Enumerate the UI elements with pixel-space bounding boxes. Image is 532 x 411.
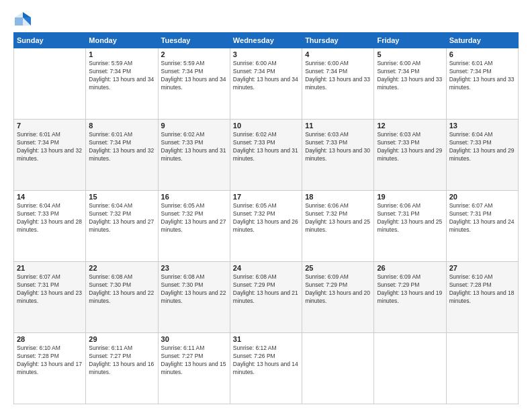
day-number: 21 [17, 264, 83, 272]
calendar-cell: 22Sunrise: 6:08 AMSunset: 7:30 PMDayligh… [86, 262, 158, 333]
calendar-header: SundayMondayTuesdayWednesdayThursdayFrid… [14, 33, 519, 48]
day-number: 26 [377, 264, 443, 272]
day-number: 8 [89, 122, 154, 130]
calendar-cell [374, 333, 446, 404]
day-number: 2 [161, 50, 227, 58]
day-number: 6 [449, 50, 515, 58]
day-number: 9 [161, 122, 227, 130]
calendar-cell: 9Sunrise: 6:02 AMSunset: 7:33 PMDaylight… [158, 120, 230, 191]
calendar-cell: 5Sunrise: 6:00 AMSunset: 7:34 PMDaylight… [374, 48, 446, 120]
day-info: Sunrise: 6:02 AMSunset: 7:33 PMDaylight:… [161, 131, 227, 163]
calendar-cell: 16Sunrise: 6:05 AMSunset: 7:32 PMDayligh… [158, 191, 230, 262]
week-row-4: 28Sunrise: 6:10 AMSunset: 7:28 PMDayligh… [14, 333, 519, 404]
calendar-cell: 8Sunrise: 6:01 AMSunset: 7:34 PMDaylight… [86, 120, 158, 191]
page: SundayMondayTuesdayWednesdayThursdayFrid… [0, 0, 532, 411]
day-info: Sunrise: 6:01 AMSunset: 7:34 PMDaylight:… [17, 131, 83, 163]
calendar-cell: 29Sunrise: 6:11 AMSunset: 7:27 PMDayligh… [86, 333, 158, 404]
day-info: Sunrise: 6:03 AMSunset: 7:33 PMDaylight:… [305, 131, 371, 163]
day-number: 11 [305, 122, 371, 130]
calendar-cell: 19Sunrise: 6:06 AMSunset: 7:31 PMDayligh… [374, 191, 446, 262]
logo-icon [13, 11, 32, 27]
calendar-cell: 14Sunrise: 6:04 AMSunset: 7:33 PMDayligh… [14, 191, 86, 262]
calendar-cell: 6Sunrise: 6:01 AMSunset: 7:34 PMDaylight… [446, 48, 518, 120]
calendar-cell: 20Sunrise: 6:07 AMSunset: 7:31 PMDayligh… [446, 191, 518, 262]
calendar-cell: 7Sunrise: 6:01 AMSunset: 7:34 PMDaylight… [14, 120, 86, 191]
calendar-cell: 18Sunrise: 6:06 AMSunset: 7:32 PMDayligh… [302, 191, 374, 262]
calendar-cell: 31Sunrise: 6:12 AMSunset: 7:26 PMDayligh… [230, 333, 302, 404]
day-number: 5 [377, 50, 443, 58]
calendar-cell: 2Sunrise: 5:59 AMSunset: 7:34 PMDaylight… [158, 48, 230, 120]
header [13, 11, 519, 27]
day-number: 4 [305, 50, 371, 58]
calendar-cell [14, 48, 86, 120]
calendar-cell [446, 333, 518, 404]
calendar-cell: 30Sunrise: 6:11 AMSunset: 7:27 PMDayligh… [158, 333, 230, 404]
calendar-cell: 25Sunrise: 6:09 AMSunset: 7:29 PMDayligh… [302, 262, 374, 333]
week-row-2: 14Sunrise: 6:04 AMSunset: 7:33 PMDayligh… [14, 191, 519, 262]
day-number: 31 [233, 335, 299, 343]
day-number: 13 [449, 122, 515, 130]
calendar-cell: 10Sunrise: 6:02 AMSunset: 7:33 PMDayligh… [230, 120, 302, 191]
day-info: Sunrise: 6:06 AMSunset: 7:32 PMDaylight:… [305, 202, 371, 234]
calendar-cell: 23Sunrise: 6:08 AMSunset: 7:30 PMDayligh… [158, 262, 230, 333]
day-number: 23 [161, 264, 227, 272]
day-info: Sunrise: 6:04 AMSunset: 7:32 PMDaylight:… [89, 202, 154, 234]
day-number: 19 [377, 193, 443, 201]
day-number: 18 [305, 193, 371, 201]
day-header-sunday: Sunday [14, 33, 86, 48]
calendar-body: 1Sunrise: 5:59 AMSunset: 7:34 PMDaylight… [14, 48, 519, 404]
day-header-thursday: Thursday [302, 33, 374, 48]
calendar-cell: 28Sunrise: 6:10 AMSunset: 7:28 PMDayligh… [14, 333, 86, 404]
day-number: 28 [17, 335, 83, 343]
day-info: Sunrise: 6:11 AMSunset: 7:27 PMDaylight:… [89, 345, 154, 377]
day-info: Sunrise: 6:09 AMSunset: 7:29 PMDaylight:… [377, 273, 443, 306]
week-row-3: 21Sunrise: 6:07 AMSunset: 7:31 PMDayligh… [14, 262, 519, 333]
day-header-friday: Friday [374, 33, 446, 48]
day-number: 20 [449, 193, 515, 201]
calendar-cell: 13Sunrise: 6:04 AMSunset: 7:33 PMDayligh… [446, 120, 518, 191]
calendar-cell: 21Sunrise: 6:07 AMSunset: 7:31 PMDayligh… [14, 262, 86, 333]
day-number: 22 [89, 264, 154, 272]
day-info: Sunrise: 6:00 AMSunset: 7:34 PMDaylight:… [305, 60, 371, 92]
day-number: 1 [89, 50, 154, 58]
day-info: Sunrise: 5:59 AMSunset: 7:34 PMDaylight:… [161, 60, 227, 92]
week-row-1: 7Sunrise: 6:01 AMSunset: 7:34 PMDaylight… [14, 120, 519, 191]
day-info: Sunrise: 6:08 AMSunset: 7:30 PMDaylight:… [89, 273, 154, 306]
day-number: 30 [161, 335, 227, 343]
day-number: 29 [89, 335, 154, 343]
day-info: Sunrise: 6:08 AMSunset: 7:29 PMDaylight:… [233, 273, 299, 306]
day-info: Sunrise: 6:11 AMSunset: 7:27 PMDaylight:… [161, 345, 227, 377]
day-info: Sunrise: 6:07 AMSunset: 7:31 PMDaylight:… [17, 273, 83, 306]
day-number: 12 [377, 122, 443, 130]
calendar-cell: 4Sunrise: 6:00 AMSunset: 7:34 PMDaylight… [302, 48, 374, 120]
day-info: Sunrise: 6:00 AMSunset: 7:34 PMDaylight:… [233, 60, 299, 92]
svg-marker-3 [15, 17, 23, 26]
day-info: Sunrise: 6:12 AMSunset: 7:26 PMDaylight:… [233, 345, 299, 377]
day-info: Sunrise: 6:01 AMSunset: 7:34 PMDaylight:… [89, 131, 154, 163]
day-info: Sunrise: 6:05 AMSunset: 7:32 PMDaylight:… [161, 202, 227, 234]
day-info: Sunrise: 6:07 AMSunset: 7:31 PMDaylight:… [449, 202, 515, 234]
svg-marker-1 [23, 12, 31, 17]
day-number: 16 [161, 193, 227, 201]
day-number: 7 [17, 122, 83, 130]
day-number: 15 [89, 193, 154, 201]
day-header-monday: Monday [86, 33, 158, 48]
day-info: Sunrise: 6:03 AMSunset: 7:33 PMDaylight:… [377, 131, 443, 163]
day-header-tuesday: Tuesday [158, 33, 230, 48]
day-number: 17 [233, 193, 299, 201]
calendar-cell: 26Sunrise: 6:09 AMSunset: 7:29 PMDayligh… [374, 262, 446, 333]
calendar-table: SundayMondayTuesdayWednesdayThursdayFrid… [13, 32, 519, 404]
day-number: 3 [233, 50, 299, 58]
days-header-row: SundayMondayTuesdayWednesdayThursdayFrid… [14, 33, 519, 48]
day-info: Sunrise: 6:10 AMSunset: 7:28 PMDaylight:… [449, 273, 515, 306]
calendar-cell: 11Sunrise: 6:03 AMSunset: 7:33 PMDayligh… [302, 120, 374, 191]
calendar-cell: 12Sunrise: 6:03 AMSunset: 7:33 PMDayligh… [374, 120, 446, 191]
day-info: Sunrise: 6:09 AMSunset: 7:29 PMDaylight:… [305, 273, 371, 306]
day-info: Sunrise: 6:08 AMSunset: 7:30 PMDaylight:… [161, 273, 227, 306]
day-number: 27 [449, 264, 515, 272]
day-number: 25 [305, 264, 371, 272]
calendar-cell: 1Sunrise: 5:59 AMSunset: 7:34 PMDaylight… [86, 48, 158, 120]
day-number: 10 [233, 122, 299, 130]
day-info: Sunrise: 6:10 AMSunset: 7:28 PMDaylight:… [17, 345, 83, 377]
calendar-cell: 17Sunrise: 6:05 AMSunset: 7:32 PMDayligh… [230, 191, 302, 262]
